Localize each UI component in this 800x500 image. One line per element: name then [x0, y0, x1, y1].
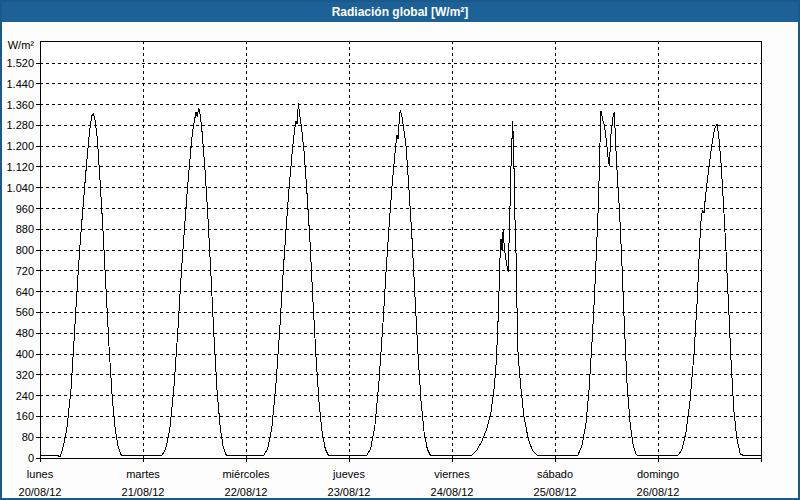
svg-text:960: 960 — [16, 203, 34, 215]
svg-text:640: 640 — [16, 286, 34, 298]
svg-text:240: 240 — [16, 390, 34, 402]
svg-text:miércoles: miércoles — [222, 468, 270, 480]
svg-text:720: 720 — [16, 265, 34, 277]
svg-text:1.200: 1.200 — [6, 140, 34, 152]
svg-text:domingo: domingo — [637, 468, 679, 480]
svg-text:1.040: 1.040 — [6, 182, 34, 194]
svg-text:400: 400 — [16, 348, 34, 360]
svg-text:22/08/12: 22/08/12 — [225, 486, 268, 498]
svg-text:25/08/12: 25/08/12 — [534, 486, 577, 498]
svg-text:1.120: 1.120 — [6, 161, 34, 173]
svg-text:jueves: jueves — [332, 468, 365, 480]
svg-text:1.520: 1.520 — [6, 57, 34, 69]
svg-text:880: 880 — [16, 223, 34, 235]
window-title: Radiación global [W/m²] — [332, 5, 469, 19]
chart-area: 0801602403204004805606407208008809601.04… — [2, 22, 798, 498]
svg-text:320: 320 — [16, 369, 34, 381]
svg-text:24/08/12: 24/08/12 — [431, 486, 474, 498]
svg-text:martes: martes — [126, 468, 160, 480]
svg-text:26/08/12: 26/08/12 — [637, 486, 680, 498]
svg-text:80: 80 — [22, 431, 34, 443]
svg-text:480: 480 — [16, 327, 34, 339]
svg-text:1.440: 1.440 — [6, 78, 34, 90]
svg-text:lunes: lunes — [27, 468, 54, 480]
svg-text:160: 160 — [16, 410, 34, 422]
svg-text:viernes: viernes — [434, 468, 470, 480]
svg-text:0: 0 — [28, 452, 34, 464]
svg-text:21/08/12: 21/08/12 — [122, 486, 165, 498]
svg-text:W/m²: W/m² — [8, 39, 35, 51]
svg-text:560: 560 — [16, 306, 34, 318]
svg-text:20/08/12: 20/08/12 — [19, 486, 62, 498]
svg-text:23/08/12: 23/08/12 — [328, 486, 371, 498]
window-title-bar: Radiación global [W/m²] — [2, 2, 798, 22]
svg-text:1.360: 1.360 — [6, 99, 34, 111]
radiation-line-chart: 0801602403204004805606407208008809601.04… — [2, 22, 798, 498]
svg-text:1.280: 1.280 — [6, 119, 34, 131]
svg-text:sábado: sábado — [537, 468, 573, 480]
radiation-window: Radiación global [W/m²] 0801602403204004… — [0, 0, 800, 500]
svg-text:800: 800 — [16, 244, 34, 256]
